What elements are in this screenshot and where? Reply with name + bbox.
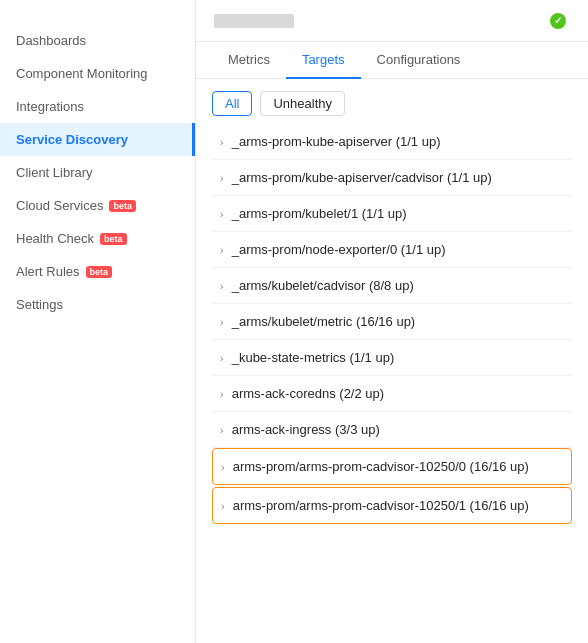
back-button[interactable] — [0, 8, 195, 24]
tab-targets[interactable]: Targets — [286, 42, 361, 79]
target-name: _arms-prom/kube-apiserver/cadvisor (1/1 … — [232, 170, 492, 185]
sidebar-item-service-discovery[interactable]: Service Discovery — [0, 123, 195, 156]
target-item[interactable]: ›_arms-prom/node-exporter/0 (1/1 up) — [212, 232, 572, 268]
chevron-right-icon: › — [221, 461, 225, 473]
target-name: arms-prom/arms-prom-cadvisor-10250/1 (16… — [233, 498, 529, 513]
chevron-right-icon: › — [220, 244, 224, 256]
target-item[interactable]: ›arms-prom/arms-prom-cadvisor-10250/1 (1… — [212, 487, 572, 524]
target-name: _arms-prom-kube-apiserver (1/1 up) — [232, 134, 441, 149]
sidebar-item-health-check[interactable]: Health Checkbeta — [0, 222, 195, 255]
sidebar-item-alert-rules[interactable]: Alert Rulesbeta — [0, 255, 195, 288]
filter-unhealthy[interactable]: Unhealthy — [260, 91, 345, 116]
target-item[interactable]: ›_arms/kubelet/metric (16/16 up) — [212, 304, 572, 340]
target-name: _arms-prom/kubelet/1 (1/1 up) — [232, 206, 407, 221]
target-name: _arms/kubelet/metric (16/16 up) — [232, 314, 416, 329]
sidebar-item-component-monitoring[interactable]: Component Monitoring — [0, 57, 195, 90]
target-name: arms-ack-coredns (2/2 up) — [232, 386, 384, 401]
target-item[interactable]: ›_arms-prom/kubelet/1 (1/1 up) — [212, 196, 572, 232]
target-item[interactable]: ›_arms/kubelet/cadvisor (8/8 up) — [212, 268, 572, 304]
tab-configurations[interactable]: Configurations — [361, 42, 477, 79]
main-content: MetricsTargetsConfigurations AllUnhealth… — [196, 0, 588, 643]
target-name: _kube-state-metrics (1/1 up) — [232, 350, 395, 365]
chevron-right-icon: › — [220, 388, 224, 400]
filter-buttons: AllUnhealthy — [196, 79, 588, 124]
target-name: _arms/kubelet/cadvisor (8/8 up) — [232, 278, 414, 293]
status-indicator — [550, 13, 566, 29]
tab-metrics[interactable]: Metrics — [212, 42, 286, 79]
chevron-right-icon: › — [221, 500, 225, 512]
sidebar-item-integrations[interactable]: Integrations — [0, 90, 195, 123]
page-title — [212, 10, 532, 31]
target-name: arms-prom/arms-prom-cadvisor-10250/0 (16… — [233, 459, 529, 474]
sidebar-item-dashboards[interactable]: Dashboards — [0, 24, 195, 57]
header — [196, 0, 588, 42]
agent-status — [544, 13, 572, 29]
target-name: _arms-prom/node-exporter/0 (1/1 up) — [232, 242, 446, 257]
sidebar-item-client-library[interactable]: Client Library — [0, 156, 195, 189]
chevron-right-icon: › — [220, 136, 224, 148]
beta-badge: beta — [100, 233, 127, 245]
chevron-right-icon: › — [220, 172, 224, 184]
sidebar: DashboardsComponent MonitoringIntegratio… — [0, 0, 196, 643]
target-item[interactable]: ›arms-ack-ingress (3/3 up) — [212, 412, 572, 448]
chevron-right-icon: › — [220, 424, 224, 436]
title-redacted — [214, 14, 294, 28]
chevron-right-icon: › — [220, 280, 224, 292]
target-item[interactable]: ›_arms-prom-kube-apiserver (1/1 up) — [212, 124, 572, 160]
beta-badge: beta — [109, 200, 136, 212]
chevron-right-icon: › — [220, 352, 224, 364]
filter-all[interactable]: All — [212, 91, 252, 116]
tabs-bar: MetricsTargetsConfigurations — [196, 42, 588, 79]
chevron-right-icon: › — [220, 208, 224, 220]
target-name: arms-ack-ingress (3/3 up) — [232, 422, 380, 437]
target-item[interactable]: ›_arms-prom/kube-apiserver/cadvisor (1/1… — [212, 160, 572, 196]
sidebar-item-cloud-services[interactable]: Cloud Servicesbeta — [0, 189, 195, 222]
sidebar-item-settings[interactable]: Settings — [0, 288, 195, 321]
chevron-right-icon: › — [220, 316, 224, 328]
target-item[interactable]: ›arms-ack-coredns (2/2 up) — [212, 376, 572, 412]
target-item[interactable]: ›_kube-state-metrics (1/1 up) — [212, 340, 572, 376]
target-item[interactable]: ›arms-prom/arms-prom-cadvisor-10250/0 (1… — [212, 448, 572, 485]
target-list: ›_arms-prom-kube-apiserver (1/1 up)›_arm… — [196, 124, 588, 643]
beta-badge: beta — [86, 266, 113, 278]
